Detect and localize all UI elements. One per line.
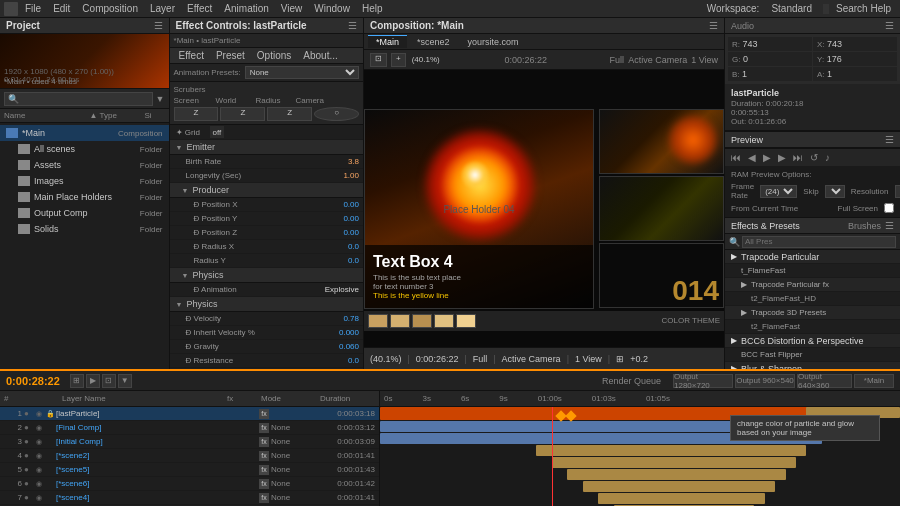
menu-composition[interactable]: Composition xyxy=(77,2,143,15)
inherit-vel-value[interactable]: 0.000 xyxy=(324,328,359,337)
effect-menu-about[interactable]: About... xyxy=(298,49,342,62)
main-tab-btn[interactable]: *Main xyxy=(854,374,894,388)
brushes-label[interactable]: Brushes xyxy=(848,221,881,231)
right-menu-icon[interactable]: ☰ xyxy=(885,20,894,31)
flame-fast-2-item[interactable]: t2_FlameFast xyxy=(725,320,900,334)
project-item-placeholders[interactable]: Main Place Holders Folder xyxy=(0,189,169,205)
effect-menu-options[interactable]: Options xyxy=(252,49,296,62)
zoom-reset-btn[interactable]: ⊡ xyxy=(370,53,387,67)
menu-edit[interactable]: Edit xyxy=(48,2,75,15)
sort-icon[interactable]: ▼ xyxy=(156,94,165,104)
tl-btn-4[interactable]: ▼ xyxy=(118,374,132,388)
resolution-select[interactable]: Auto xyxy=(895,185,901,198)
project-search[interactable] xyxy=(4,92,153,106)
anim-presets-select[interactable]: None xyxy=(245,66,359,79)
preview-play-btn[interactable]: ▶ xyxy=(761,152,773,163)
l-eye-2[interactable]: ● xyxy=(24,423,34,432)
l-solo-7[interactable]: ◉ xyxy=(36,494,44,502)
l-eye-5[interactable]: ● xyxy=(24,465,34,474)
l-eye-3[interactable]: ● xyxy=(24,437,34,446)
project-item-main[interactable]: *Main Composition xyxy=(0,125,169,141)
swatch-3[interactable] xyxy=(412,314,432,328)
menu-window[interactable]: Window xyxy=(309,2,355,15)
gravity-value[interactable]: 0.060 xyxy=(324,342,359,351)
project-item-allscenes[interactable]: All scenes Folder xyxy=(0,141,169,157)
pos-y-value[interactable]: 0.00 xyxy=(324,214,359,223)
project-item-output[interactable]: Output Comp Folder xyxy=(0,205,169,221)
scrubber-z1[interactable]: Z xyxy=(174,107,219,121)
emitter-section[interactable]: ▼ Emitter xyxy=(170,140,363,155)
footer-views[interactable]: 1 View xyxy=(575,354,602,364)
l-solo-6[interactable]: ◉ xyxy=(36,480,44,488)
layer-row-4[interactable]: 4 ● ◉ [*scene2] fx None 0:00:01:41 xyxy=(0,449,379,463)
menu-layer[interactable]: Layer xyxy=(145,2,180,15)
l-solo-3[interactable]: ◉ xyxy=(36,438,44,446)
output-btn-2[interactable]: Output 960×540 xyxy=(735,374,795,388)
swatch-1[interactable] xyxy=(368,314,388,328)
project-item-images[interactable]: Images Folder xyxy=(0,173,169,189)
physics-section[interactable]: ▼ Physics xyxy=(170,297,363,312)
zoom-in-btn[interactable]: + xyxy=(391,53,406,67)
swatch-2[interactable] xyxy=(390,314,410,328)
blur-sharpen-folder[interactable]: ▶ Blur & Sharpen xyxy=(725,362,900,369)
playhead[interactable] xyxy=(552,407,553,506)
radius-y-value[interactable]: 0.0 xyxy=(324,256,359,265)
tl-btn-1[interactable]: ⊞ xyxy=(70,374,84,388)
l-lock-1[interactable]: 🔒 xyxy=(46,410,54,418)
fx-icon-5[interactable]: fx xyxy=(259,465,269,475)
animation-value[interactable]: Explosive xyxy=(324,285,359,294)
project-item-assets[interactable]: Assets Folder xyxy=(0,157,169,173)
menu-view[interactable]: View xyxy=(276,2,308,15)
fx-icon-2[interactable]: fx xyxy=(259,423,269,433)
project-menu-icon[interactable]: ☰ xyxy=(154,20,163,31)
swatch-5[interactable] xyxy=(456,314,476,328)
scrubber-z2[interactable]: Z xyxy=(220,107,265,121)
preview-menu-icon[interactable]: ☰ xyxy=(885,134,894,145)
flame-fast-hd-item[interactable]: t2_FlameFast_HD xyxy=(725,292,900,306)
layer-row-6[interactable]: 6 ● ◉ [*scene6] fx None 0:00:01:42 xyxy=(0,477,379,491)
producer-section[interactable]: ▼ Producer xyxy=(170,183,363,198)
flame-fast-item[interactable]: t_FlameFast xyxy=(725,264,900,278)
effect-controls-menu-icon[interactable]: ☰ xyxy=(348,20,357,31)
resistance-value[interactable]: 0.0 xyxy=(324,356,359,365)
frame-rate-select[interactable]: (24) xyxy=(760,185,797,198)
l-solo-2[interactable]: ◉ xyxy=(36,424,44,432)
preview-step-fwd-btn[interactable]: ▶ xyxy=(776,152,788,163)
menu-animation[interactable]: Animation xyxy=(219,2,273,15)
render-queue-label[interactable]: Render Queue xyxy=(596,376,667,386)
tab-scene2[interactable]: *scene2 xyxy=(409,36,458,48)
workspace-value[interactable]: Standard xyxy=(766,2,817,15)
menu-help[interactable]: Help xyxy=(357,2,388,15)
tl-btn-2[interactable]: ▶ xyxy=(86,374,100,388)
time-ruler[interactable]: 0s 3s 6s 9s 01:00s 01:03s 01:05s xyxy=(380,391,900,407)
track-6[interactable] xyxy=(567,469,785,480)
effects-search-input[interactable] xyxy=(742,236,896,248)
velocity-value[interactable]: 0.78 xyxy=(324,314,359,323)
menu-file[interactable]: File xyxy=(20,2,46,15)
search-help[interactable]: Search Help xyxy=(831,2,896,15)
fx-icon-4[interactable]: fx xyxy=(259,451,269,461)
fx-icon-7[interactable]: fx xyxy=(259,493,269,503)
menu-effect[interactable]: Effect xyxy=(182,2,217,15)
tl-btn-3[interactable]: ⊡ xyxy=(102,374,116,388)
full-screen-checkbox[interactable] xyxy=(884,203,894,213)
preview-loop-btn[interactable]: ↺ xyxy=(808,152,820,163)
l-solo-1[interactable]: ◉ xyxy=(36,410,44,418)
pos-z-value[interactable]: 0.00 xyxy=(324,228,359,237)
preview-ff-btn[interactable]: ⏭ xyxy=(791,152,805,163)
l-eye-1[interactable]: ● xyxy=(24,409,34,418)
trapcode-3d-folder[interactable]: ▶ Trapcode 3D Presets xyxy=(725,306,900,320)
footer-quality[interactable]: Full xyxy=(473,354,488,364)
trapcode-folder[interactable]: ▶ Trapcode Particular xyxy=(725,250,900,264)
preview-audio-btn[interactable]: ♪ xyxy=(823,152,832,163)
radius-x-value[interactable]: 0.0 xyxy=(324,242,359,251)
layer-row-5[interactable]: 5 ● ◉ [*scene5] fx None 0:00:01:43 xyxy=(0,463,379,477)
output-btn-3[interactable]: Output 640×360 xyxy=(797,374,852,388)
layer-row-3[interactable]: 3 ● ◉ [Initial Comp] fx None 0:00:03:09 xyxy=(0,435,379,449)
output-btn-1[interactable]: Output 1280×720 xyxy=(673,374,733,388)
trapcode-fx-folder[interactable]: ▶ Trapcode Particular fx xyxy=(725,278,900,292)
l-eye-4[interactable]: ● xyxy=(24,451,34,460)
scrubber-circle[interactable]: ○ xyxy=(314,107,359,121)
preview-step-back-btn[interactable]: ◀ xyxy=(746,152,758,163)
effects-menu-icon[interactable]: ☰ xyxy=(885,220,894,231)
